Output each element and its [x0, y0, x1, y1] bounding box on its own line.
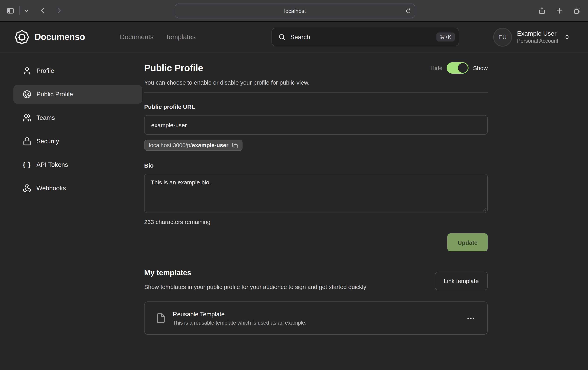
- back-icon[interactable]: [40, 7, 46, 14]
- top-nav: Documents Templates: [120, 22, 196, 52]
- bio-field-label: Bio: [144, 162, 488, 169]
- sidebar-item-public-profile[interactable]: Public Profile: [13, 85, 142, 104]
- chevrons-up-down-icon: [564, 34, 570, 40]
- public-profile-url-input[interactable]: [144, 115, 488, 135]
- avatar: EU: [493, 28, 512, 46]
- documenso-logo-icon: [14, 30, 29, 44]
- nav-documents[interactable]: Documents: [120, 33, 154, 41]
- search-icon: [278, 33, 286, 41]
- sidebar-item-security[interactable]: Security: [13, 132, 142, 151]
- main-content: Public Profile Hide Show You can choose …: [144, 52, 588, 335]
- reload-icon[interactable]: [405, 8, 411, 13]
- profile-link-copy-button[interactable]: localhost:3000/p/example-user: [144, 140, 242, 151]
- nav-templates[interactable]: Templates: [165, 33, 196, 41]
- my-templates-description: Show templates in your public profile fo…: [144, 282, 366, 292]
- forward-icon[interactable]: [56, 7, 62, 14]
- bio-textarea[interactable]: This is an example bio.: [144, 174, 488, 213]
- sidebar-toggle-icon[interactable]: [6, 6, 14, 15]
- profile-link-prefix: localhost:3000/p/: [149, 142, 192, 148]
- lock-icon: [23, 137, 31, 146]
- brand-name: Documenso: [34, 32, 85, 42]
- chevron-down-icon[interactable]: [24, 8, 29, 13]
- template-description: This is a reusable template which is use…: [173, 320, 465, 326]
- sidebar-item-profile[interactable]: Profile: [13, 62, 142, 80]
- account-menu[interactable]: EU Example User Personal Account: [493, 22, 570, 52]
- sidebar-item-label: Teams: [36, 114, 55, 121]
- link-template-button[interactable]: Link template: [435, 272, 488, 290]
- sidebar-item-webhooks[interactable]: Webhooks: [13, 179, 142, 198]
- my-templates-title: My templates: [144, 269, 366, 277]
- file-icon: [156, 312, 166, 325]
- app-header: Documenso Documents Templates Search ⌘+K…: [0, 22, 588, 52]
- sidebar-item-label: Security: [36, 138, 59, 145]
- globe-icon: [23, 90, 31, 99]
- page-subtitle: You can choose to enable or disable your…: [144, 79, 488, 86]
- sidebar-item-label: Webhooks: [36, 185, 66, 192]
- toggle-hide-label: Hide: [430, 65, 442, 71]
- address-bar[interactable]: localhost: [175, 3, 415, 18]
- tab-overview-icon[interactable]: [574, 7, 581, 14]
- template-name: Reusable Template: [173, 311, 465, 318]
- sidebar-item-label: Profile: [36, 67, 54, 74]
- toggle-show-label: Show: [473, 65, 488, 71]
- ellipsis-icon: [467, 317, 475, 319]
- users-icon: [23, 113, 31, 122]
- account-name: Example User: [517, 30, 558, 37]
- brand[interactable]: Documenso: [14, 22, 85, 52]
- sidebar-item-label: Public Profile: [36, 91, 73, 98]
- resize-handle[interactable]: [483, 208, 486, 212]
- template-card[interactable]: Reusable Template This is a reusable tem…: [144, 301, 488, 335]
- template-menu-button[interactable]: [465, 315, 476, 321]
- profile-link-slug: example-user: [192, 142, 228, 148]
- profile-visibility-switch[interactable]: [447, 62, 469, 74]
- sidebar-item-api-tokens[interactable]: { } API Tokens: [13, 155, 142, 174]
- user-icon: [23, 67, 31, 75]
- webhook-icon: [23, 184, 31, 193]
- characters-remaining: 233 characters remaining: [144, 218, 488, 225]
- switch-knob: [458, 63, 468, 73]
- divider: [19, 6, 20, 15]
- settings-sidebar: Profile Public Profile Teams Security: [0, 52, 144, 335]
- search-input[interactable]: Search ⌘+K: [272, 28, 459, 46]
- address-bar-url: localhost: [284, 8, 306, 14]
- new-tab-icon[interactable]: [556, 7, 563, 14]
- account-subtitle: Personal Account: [517, 38, 558, 44]
- sidebar-item-teams[interactable]: Teams: [13, 108, 142, 127]
- search-shortcut-badge: ⌘+K: [436, 32, 455, 41]
- search-placeholder: Search: [290, 33, 436, 41]
- app-window: localhost Documens: [0, 0, 588, 370]
- braces-icon: { }: [23, 161, 31, 169]
- profile-visibility-toggle-group: Hide Show: [430, 62, 488, 74]
- divider: [144, 92, 488, 93]
- share-icon[interactable]: [538, 7, 546, 14]
- page-title: Public Profile: [144, 62, 203, 73]
- browser-chrome: localhost: [0, 0, 588, 22]
- url-field-label: Public profile URL: [144, 103, 488, 110]
- copy-icon: [232, 142, 238, 148]
- update-button[interactable]: Update: [447, 233, 488, 251]
- sidebar-item-label: API Tokens: [36, 161, 68, 168]
